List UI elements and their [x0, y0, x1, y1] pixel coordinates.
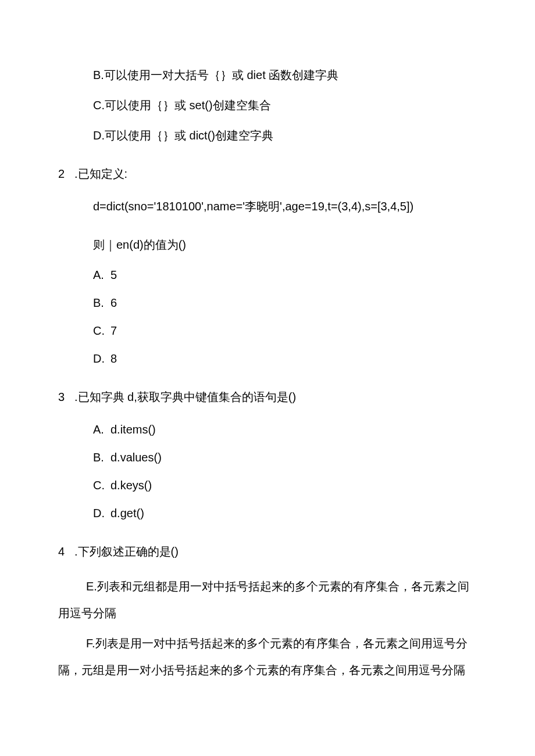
- question-3-stem: 3.已知字典 d,获取字典中键值集合的语句是(): [58, 386, 477, 408]
- document-page: B.可以使用一对大括号｛｝或 diet 函数创建字典 C.可以使用｛｝或 set…: [0, 0, 535, 756]
- q2-option-a: A.5: [93, 264, 477, 286]
- q2-option-b: B.6: [93, 292, 477, 314]
- option-label: B.: [93, 292, 110, 314]
- q3-option-b: B.d.values(): [93, 446, 477, 468]
- question-4-stem: 4.下列叙述正确的是(): [58, 540, 477, 562]
- question-text: .已知定义:: [74, 167, 127, 180]
- option-label: D.: [93, 502, 110, 524]
- option-label: C.: [93, 474, 110, 496]
- question-text: .已知字典 d,获取字典中键值集合的语句是(): [74, 390, 296, 403]
- option-value: 6: [110, 296, 117, 309]
- q4-option-e: E.列表和元组都是用一对中括号括起来的多个元素的有序集合，各元素之间用逗号分隔: [58, 573, 477, 626]
- question-number: 3: [58, 386, 74, 408]
- option-label: C.: [93, 320, 110, 342]
- question-text: .下列叙述正确的是(): [74, 545, 179, 558]
- top-option-b: B.可以使用一对大括号｛｝或 diet 函数创建字典: [93, 64, 477, 86]
- question-number: 4: [58, 540, 74, 562]
- option-value: d.keys(): [110, 479, 152, 492]
- question-2-stem: 2.已知定义:: [58, 163, 477, 185]
- option-label: D.: [93, 347, 110, 370]
- q2-option-c: C.7: [93, 320, 477, 342]
- q3-option-d: D.d.get(): [93, 502, 477, 524]
- option-value: d.get(): [110, 507, 144, 519]
- q3-option-c: C.d.keys(): [93, 474, 477, 496]
- option-value: 7: [110, 324, 117, 337]
- question-2-code: d=dict(sno='1810100',name='李晓明',age=19,t…: [93, 195, 477, 217]
- option-label: A.: [93, 264, 110, 286]
- top-option-c: C.可以使用｛｝或 set()创建空集合: [93, 94, 477, 116]
- option-value: d.values(): [110, 451, 162, 464]
- option-value: 5: [110, 268, 117, 281]
- option-value: 8: [110, 352, 117, 365]
- option-label: A.: [93, 418, 110, 440]
- option-value: d.items(): [110, 423, 156, 436]
- q2-option-d: D.8: [93, 347, 477, 370]
- q4-option-f: F.列表是用一对中括号括起来的多个元素的有序集合，各元素之间用逗号分隔，元组是用…: [58, 630, 477, 683]
- question-2-prompt: 则｜en(d)的值为(): [93, 234, 477, 256]
- top-option-d: D.可以使用｛｝或 dict()创建空字典: [93, 124, 477, 146]
- question-number: 2: [58, 163, 74, 185]
- option-label: B.: [93, 446, 110, 468]
- q3-option-a: A.d.items(): [93, 418, 477, 440]
